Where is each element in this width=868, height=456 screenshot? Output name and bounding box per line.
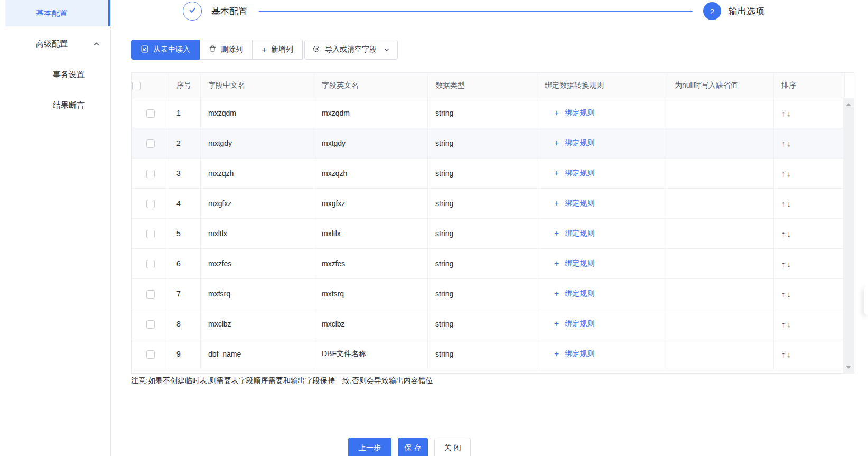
- row-checkbox[interactable]: [146, 170, 155, 178]
- sidebar-item-basic-config[interactable]: 基本配置: [5, 0, 110, 26]
- toolbar-button-label: 导入或清空字段: [325, 45, 377, 54]
- bind-rule-link[interactable]: +绑定规则: [554, 289, 594, 299]
- cell-no: 8: [169, 309, 201, 339]
- cell-no: 9: [169, 339, 201, 369]
- bind-rule-link[interactable]: +绑定规则: [554, 319, 594, 329]
- table-row: 4mxgfxzmxgfxzstring+绑定规则↑↓: [132, 189, 845, 219]
- table-row: 9dbf_nameDBF文件名称string+绑定规则↑↓: [132, 339, 845, 369]
- sort-arrows[interactable]: ↑↓: [781, 320, 792, 329]
- sidebar-item-advanced-config[interactable]: 高级配置: [0, 31, 110, 57]
- chevron-up-icon: [93, 41, 100, 48]
- row-checkbox[interactable]: [146, 109, 155, 118]
- cell-null-default-value: [667, 279, 774, 309]
- cell-sort: ↑↓: [774, 309, 845, 339]
- row-checkbox[interactable]: [146, 230, 155, 238]
- import-or-clear-fields-dropdown[interactable]: 导入或清空字段: [304, 40, 398, 60]
- table-row: 1mxzqdmmxzqdmstring+绑定规则↑↓: [132, 98, 845, 128]
- sort-arrows[interactable]: ↑↓: [781, 169, 792, 178]
- bind-rule-link[interactable]: +绑定规则: [554, 229, 594, 238]
- cell-bind-rule: +绑定规则: [537, 339, 667, 369]
- cell-field-en-name: mxgfxz: [314, 189, 428, 219]
- bind-rule-link[interactable]: +绑定规则: [554, 199, 594, 208]
- row-checkbox[interactable]: [146, 320, 155, 329]
- bind-rule-link[interactable]: +绑定规则: [554, 259, 594, 268]
- sort-arrows[interactable]: ↑↓: [781, 229, 792, 238]
- cell-null-default-value: [667, 159, 774, 189]
- plus-icon: +: [554, 320, 559, 328]
- cell-null-default-value: [667, 339, 774, 369]
- cell-no: 3: [169, 159, 201, 189]
- cell-null-default-value: [667, 189, 774, 219]
- sort-arrows[interactable]: ↑↓: [781, 290, 792, 299]
- cell-null-default-value: [667, 249, 774, 279]
- table-row: 8mxclbzmxclbzstring+绑定规则↑↓: [132, 309, 845, 339]
- toolbar-button-label: 删除列: [221, 45, 243, 54]
- header-sort: 排序: [774, 73, 845, 98]
- sidebar-item-result-assertion[interactable]: 结果断言: [0, 92, 110, 118]
- select-all-checkbox[interactable]: [132, 82, 141, 90]
- plus-icon: +: [554, 290, 559, 298]
- bind-rule-label: 绑定规则: [565, 349, 594, 359]
- bind-rule-link[interactable]: +绑定规则: [554, 108, 594, 118]
- close-button[interactable]: 关 闭: [434, 438, 471, 456]
- table-row: 5mxltlxmxltlxstring+绑定规则↑↓: [132, 219, 845, 249]
- plus-icon: +: [554, 229, 559, 238]
- bind-rule-link[interactable]: +绑定规则: [554, 169, 594, 178]
- header-null-default: 为null时写入缺省值: [667, 73, 774, 98]
- cell-bind-rule: +绑定规则: [537, 279, 667, 309]
- cell-field-en-name: mxzqzh: [314, 159, 428, 189]
- cell-data-type: string: [428, 279, 537, 309]
- sort-arrows[interactable]: ↑↓: [781, 139, 792, 148]
- bind-rule-label: 绑定规则: [565, 319, 594, 329]
- sort-arrows[interactable]: ↑↓: [781, 259, 792, 268]
- cell-field-cn-name: mxltlx: [201, 219, 314, 249]
- cell-field-en-name: mxfsrq: [314, 279, 428, 309]
- cell-sort: ↑↓: [774, 189, 845, 219]
- scroll-up-arrow-icon[interactable]: [846, 103, 851, 106]
- bind-rule-label: 绑定规则: [565, 138, 594, 148]
- cell-bind-rule: +绑定规则: [537, 219, 667, 249]
- cell-bind-rule: +绑定规则: [537, 98, 667, 128]
- sidebar-item-label: 事务设置: [53, 70, 85, 80]
- plus-icon: +: [262, 45, 267, 54]
- table-row: 2mxtgdymxtgdystring+绑定规则↑↓: [132, 128, 845, 159]
- trash-icon: [209, 45, 217, 54]
- sort-arrows[interactable]: ↑↓: [781, 109, 792, 118]
- cell-field-cn-name: mxzfes: [201, 249, 314, 279]
- sidebar-item-transaction-settings[interactable]: 事务设置: [0, 61, 110, 88]
- row-checkbox[interactable]: [146, 200, 155, 208]
- bind-rule-link[interactable]: +绑定规则: [554, 138, 594, 148]
- cell-field-en-name: mxltlx: [314, 219, 428, 249]
- row-checkbox[interactable]: [146, 350, 155, 359]
- scroll-down-arrow-icon[interactable]: [846, 366, 851, 369]
- plus-icon: +: [554, 259, 559, 268]
- save-button[interactable]: 保 存: [398, 438, 428, 456]
- row-checkbox[interactable]: [146, 290, 155, 299]
- delete-column-button[interactable]: 删除列: [200, 40, 253, 60]
- read-from-table-button[interactable]: 从表中读入: [131, 40, 200, 60]
- bind-rule-link[interactable]: +绑定规则: [554, 349, 594, 359]
- table-scrollbar[interactable]: [843, 98, 854, 374]
- previous-step-button[interactable]: 上一步: [348, 438, 391, 456]
- step-2-number: 2: [710, 7, 714, 16]
- toolbar-button-label: 从表中读入: [153, 45, 190, 54]
- cell-field-en-name: mxzqdm: [314, 98, 428, 128]
- step-1-completed-circle[interactable]: [183, 2, 202, 21]
- add-column-button[interactable]: + 新增列: [253, 40, 303, 60]
- table-toolbar: 从表中读入 删除列 + 新增列 导入或清空字段: [131, 40, 398, 60]
- cell-bind-rule: +绑定规则: [537, 159, 667, 189]
- plus-icon: +: [554, 109, 559, 117]
- cell-sort: ↑↓: [774, 279, 845, 309]
- bind-rule-label: 绑定规则: [565, 169, 594, 178]
- bind-rule-label: 绑定规则: [565, 289, 594, 299]
- row-checkbox[interactable]: [146, 139, 155, 148]
- page: 基本配置 高级配置 事务设置 结果断言 基本配置 2: [0, 0, 868, 456]
- step-2-circle[interactable]: 2: [703, 2, 721, 20]
- cell-sort: ↑↓: [774, 339, 845, 369]
- floating-panel-handle[interactable]: [864, 286, 868, 315]
- sort-arrows[interactable]: ↑↓: [781, 199, 792, 208]
- sort-arrows[interactable]: ↑↓: [781, 350, 792, 359]
- row-checkbox[interactable]: [146, 260, 155, 268]
- step-2-label: 输出选项: [729, 5, 764, 17]
- gear-icon: [312, 45, 320, 54]
